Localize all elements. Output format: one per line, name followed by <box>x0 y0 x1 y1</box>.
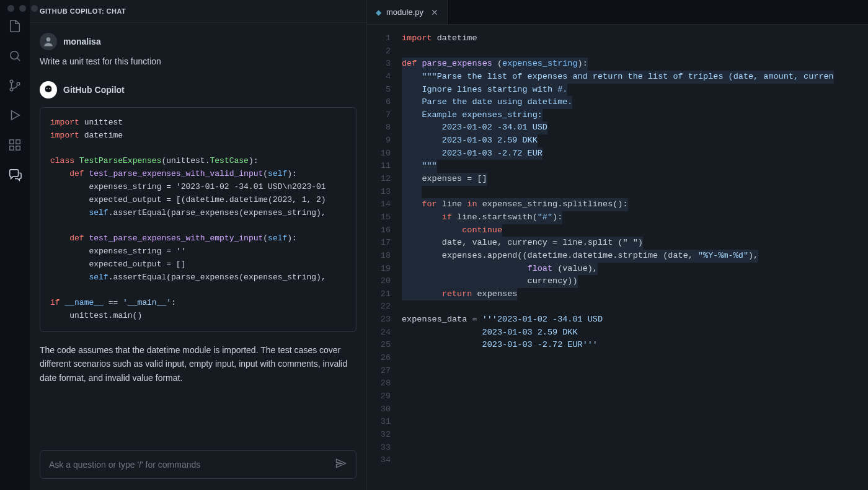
extensions-icon[interactable] <box>7 138 22 152</box>
user-name: monalisa <box>63 37 101 46</box>
svg-rect-5 <box>16 140 20 144</box>
python-file-icon: ◆ <box>376 8 381 17</box>
user-message-header: monalisa <box>40 33 356 50</box>
editor-area: ◆ module.py ✕ 1 2 3 4 5 6 7 8 9 10 11 12… <box>367 0 868 490</box>
close-icon[interactable]: ✕ <box>431 7 438 17</box>
svg-rect-7 <box>16 146 20 150</box>
svg-point-8 <box>46 37 51 42</box>
source-control-icon[interactable] <box>7 78 22 93</box>
agent-explanation: The code assumes that the datetime modul… <box>40 343 356 385</box>
svg-point-2 <box>10 88 13 91</box>
agent-name: GitHub Copilot <box>63 85 125 95</box>
chat-input[interactable] <box>49 460 329 470</box>
chat-messages: monalisa Write a unit test for this func… <box>30 23 366 443</box>
code-content[interactable]: import datetime def parse_expenses (expe… <box>402 32 868 490</box>
send-icon[interactable] <box>335 457 347 472</box>
editor-body[interactable]: 1 2 3 4 5 6 7 8 9 10 11 12 13 14 15 16 1… <box>367 25 868 490</box>
chat-panel: GITHUB COPILOT: CHAT monalisa Write a un… <box>30 0 367 490</box>
agent-message-header: GitHub Copilot <box>40 81 356 98</box>
window-controls <box>7 5 38 12</box>
chat-panel-title: GITHUB COPILOT: CHAT <box>30 0 366 23</box>
chat-icon[interactable] <box>7 167 22 182</box>
line-gutter: 1 2 3 4 5 6 7 8 9 10 11 12 13 14 15 16 1… <box>367 32 402 490</box>
user-message-text: Write a unit test for this function <box>40 56 356 66</box>
svg-point-3 <box>17 82 20 85</box>
chat-input-area <box>30 443 366 490</box>
tab-filename: module.py <box>386 7 423 17</box>
activity-bar <box>0 0 30 490</box>
svg-rect-4 <box>10 140 14 144</box>
tab-module-py[interactable]: ◆ module.py ✕ <box>367 0 448 24</box>
svg-rect-6 <box>10 146 14 150</box>
search-icon[interactable] <box>7 48 22 63</box>
tab-bar: ◆ module.py ✕ <box>367 0 868 25</box>
run-icon[interactable] <box>7 108 22 123</box>
copilot-avatar-icon <box>40 81 57 98</box>
svg-point-0 <box>11 51 19 59</box>
files-icon[interactable] <box>7 19 22 33</box>
svg-point-1 <box>10 80 13 83</box>
user-avatar-icon <box>40 33 57 50</box>
agent-code-block[interactable]: import unittest import datetime class Te… <box>40 107 356 332</box>
chat-input-container <box>40 450 356 479</box>
